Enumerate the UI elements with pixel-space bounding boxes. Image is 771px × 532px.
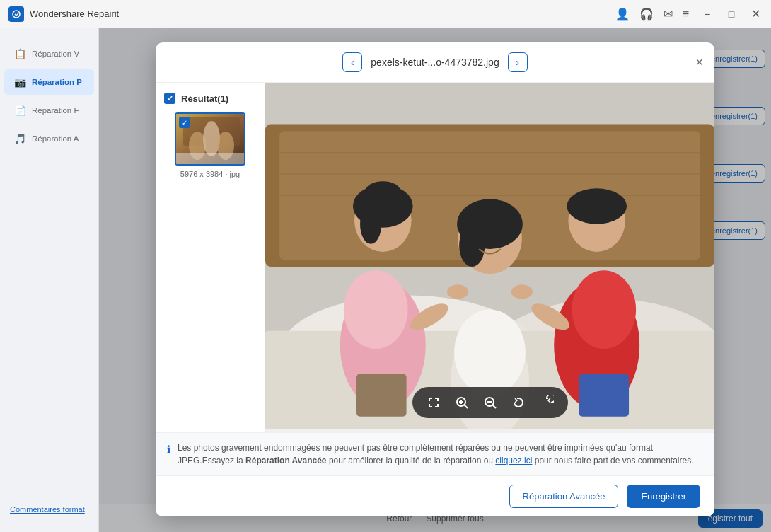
info-bar: ℹ Les photos gravement endommagées ne pe… — [156, 432, 714, 475]
maximize-button[interactable]: □ — [724, 8, 738, 20]
file-icon: 📄 — [14, 105, 26, 116]
title-bar-icons: 👤 🎧 ✉ ≡ — [615, 7, 689, 21]
modal-overlay: ‹ pexels-ketut-...o-4473782.jpg › × ✓ Ré… — [99, 28, 771, 532]
close-button[interactable]: ✕ — [748, 7, 763, 21]
result-label: Résultat(1) — [181, 93, 228, 104]
svg-point-0 — [13, 11, 20, 18]
photo-icon: 📷 — [14, 76, 26, 88]
comments-format-link[interactable]: Commentaires format — [10, 505, 88, 514]
prev-button[interactable]: ‹ — [342, 52, 362, 72]
modal-header: ‹ pexels-ketut-...o-4473782.jpg › × — [156, 42, 714, 83]
sidebar-label-a: Réparation A — [32, 134, 79, 144]
thumbnail-panel: ✓ Résultat(1) ✓ — [156, 83, 265, 432]
result-header: ✓ Résultat(1) — [164, 93, 256, 104]
audio-icon: 🎵 — [14, 133, 26, 144]
content-area: enregistrer(1) enregistrer(1) enregistre… — [99, 28, 771, 532]
zoom-out-icon[interactable] — [482, 394, 499, 411]
sidebar-item-reparation-f[interactable]: 📄 Réparation F — [4, 98, 94, 123]
app-logo — [8, 6, 24, 22]
save-button[interactable]: Enregistrer — [627, 485, 700, 508]
minimize-button[interactable]: − — [700, 8, 714, 20]
title-bar: Wondershare Repairit 👤 🎧 ✉ ≡ − □ ✕ — [0, 0, 771, 28]
info-link[interactable]: cliquez ici — [495, 456, 532, 466]
sidebar-label-v: Réparation V — [32, 49, 79, 59]
svg-rect-37 — [265, 83, 714, 429]
person-icon[interactable]: 👤 — [615, 7, 630, 21]
app-title: Wondershare Repairit — [30, 8, 615, 19]
advanced-repair-button[interactable]: Réparation Avancée — [509, 485, 619, 508]
video-icon: 📋 — [14, 48, 26, 59]
sidebar-item-reparation-a[interactable]: 🎵 Réparation A — [4, 126, 94, 151]
headset-icon[interactable]: 🎧 — [639, 7, 654, 21]
preview-toolbar — [412, 387, 568, 418]
thumbnail-item[interactable]: ✓ — [164, 112, 256, 178]
fullscreen-icon[interactable] — [425, 394, 442, 411]
rotate-right-icon[interactable] — [538, 394, 555, 411]
info-text: Les photos gravement endommagées ne peuv… — [178, 441, 703, 467]
next-button[interactable]: › — [508, 52, 528, 72]
svg-line-39 — [464, 405, 468, 409]
main-layout: 📋 Réparation V 📷 Réparation P 📄 Réparati… — [0, 28, 771, 532]
mail-icon[interactable]: ✉ — [663, 7, 673, 21]
sidebar-item-reparation-p[interactable]: 📷 Réparation P — [4, 69, 94, 95]
sidebar: 📋 Réparation V 📷 Réparation P 📄 Réparati… — [0, 28, 99, 532]
rotate-left-icon[interactable] — [510, 394, 527, 411]
modal-body: ✓ Résultat(1) ✓ — [156, 83, 714, 432]
result-checkbox[interactable]: ✓ — [164, 93, 175, 104]
zoom-in-icon[interactable] — [453, 394, 470, 411]
svg-line-43 — [492, 405, 496, 409]
thumbnail-image-wrapper: ✓ — [175, 112, 245, 166]
svg-point-4 — [203, 121, 220, 156]
svg-rect-6 — [176, 153, 245, 166]
modal-footer: Réparation Avancée Enregistrer — [156, 475, 714, 516]
modal-close-button[interactable]: × — [695, 56, 703, 69]
sidebar-label-f: Réparation F — [32, 105, 79, 116]
thumbnail-dimensions: 5976 x 3984 · jpg — [164, 170, 256, 178]
sidebar-label-p: Réparation P — [32, 77, 82, 88]
modal-filename: pexels-ketut-...o-4473782.jpg — [371, 57, 499, 68]
preview-panel — [265, 83, 714, 432]
preview-modal: ‹ pexels-ketut-...o-4473782.jpg › × ✓ Ré… — [156, 42, 714, 516]
sidebar-item-reparation-v[interactable]: 📋 Réparation V — [4, 41, 94, 66]
window-controls: − □ ✕ — [700, 7, 763, 21]
menu-icon[interactable]: ≡ — [683, 8, 689, 21]
info-icon: ℹ — [167, 442, 170, 457]
thumbnail-checkbox[interactable]: ✓ — [179, 117, 190, 128]
